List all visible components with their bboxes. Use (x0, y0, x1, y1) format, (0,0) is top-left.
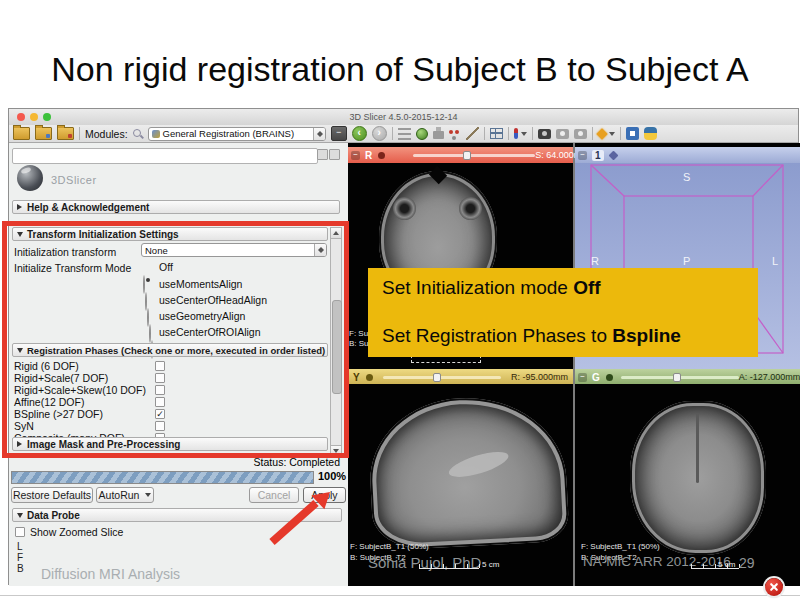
yellow-slice-offset: R: -95.000mm (511, 372, 568, 382)
ruler-label: 5 cm (482, 560, 499, 569)
red-background-label: B: Su (349, 339, 369, 348)
screenshot-camera-icon[interactable] (538, 129, 551, 139)
autorun-button[interactable]: AutoRun (96, 487, 154, 503)
stamp-icon[interactable] (433, 131, 444, 139)
slide-close-button[interactable] (765, 578, 783, 596)
show-zoomed-slice-label: Show Zoomed Slice (30, 526, 123, 538)
yellow-slice-view[interactable]: F: SubjectB_T1 (50%) B: SubjectB_T2 Soni… (348, 384, 573, 586)
yellow-slice-header[interactable]: Y R: -95.000mm (348, 369, 573, 385)
pointer-arrow (260, 480, 340, 550)
scene-view-camera-icon[interactable] (556, 129, 569, 139)
red-slice-header[interactable]: − R S: 64.000mm (348, 147, 573, 163)
module-selector[interactable]: General Registration (BRAINS) (148, 127, 326, 141)
right-orbit (459, 197, 482, 220)
green-foreground-label: F: SubjectB_T1 (50%) (581, 542, 660, 551)
green-slice-slider[interactable] (621, 376, 739, 379)
yellow-slice-slider[interactable] (383, 376, 501, 379)
probe-layer-l-label: L (17, 541, 23, 552)
combo-arrows-icon (313, 128, 325, 140)
page-number: 29 (739, 555, 755, 571)
brain-midline (696, 413, 699, 483)
module-list-icon[interactable] (398, 128, 411, 140)
ventricle-highlight (446, 447, 511, 482)
slicer-logo-icon (17, 165, 43, 191)
expanded-triangle-icon (17, 513, 23, 518)
collapsed-triangle-icon (17, 204, 22, 210)
view-pin-icon[interactable] (608, 150, 618, 160)
extensions-icon[interactable] (626, 127, 639, 140)
python-icon[interactable] (644, 127, 657, 140)
red-slice-slider[interactable] (413, 154, 535, 157)
scale-ruler (419, 568, 479, 569)
green-slice-offset: A: -127.000mm (739, 372, 800, 382)
load-data-icon[interactable] (13, 127, 30, 140)
green-slice-view[interactable]: F: SubjectB_T1 (50%) B: SubjectB_T2 NA-M… (575, 384, 800, 586)
highlight-rectangle (2, 221, 349, 458)
crosshair-star-icon[interactable] (596, 128, 607, 139)
help-section-header[interactable]: Help & Acknowledgement (12, 200, 340, 214)
callout-box: Set Initialization mode Off Set Registra… (368, 268, 758, 357)
back-arrow-button[interactable]: ‹ (352, 126, 367, 141)
unpin-panel-icon[interactable] (317, 149, 328, 160)
view-pin-icon[interactable] (378, 152, 385, 159)
layout-grid-icon[interactable] (490, 128, 503, 139)
globe-icon[interactable] (416, 128, 428, 140)
slider-handle[interactable] (433, 373, 441, 382)
yellow-view-label: Y (353, 372, 360, 383)
slider-handle[interactable] (463, 151, 471, 160)
module-selected-label: General Registration (BRAINS) (163, 128, 294, 139)
save-icon[interactable] (57, 127, 74, 140)
orientation-letter-posterior: P (683, 255, 690, 267)
forward-arrow-button[interactable]: › (372, 126, 387, 141)
threed-view-header[interactable]: − 1 (575, 147, 800, 163)
view-pin-icon[interactable] (606, 374, 613, 381)
view-layout: − R S: 64.000mm F: Su B: Su (348, 143, 800, 586)
slide-title: Non rigid registration of Subject B to S… (0, 50, 800, 89)
slide: Non rigid registration of Subject B to S… (0, 0, 800, 600)
show-zoomed-slice-checkbox[interactable] (15, 527, 25, 537)
scene-view-restore-icon[interactable] (574, 129, 587, 139)
load-dicom-icon[interactable] (35, 127, 52, 140)
minimize-view-icon[interactable]: − (578, 151, 587, 160)
nasal-notch (429, 166, 447, 184)
minimize-view-icon[interactable]: − (578, 373, 587, 382)
toolbar-separator (532, 127, 533, 140)
fiducial-points-icon[interactable] (449, 130, 453, 134)
callout-line-2: Set Registration Phases to Bspline (382, 325, 744, 347)
toolbar-separator (620, 127, 621, 140)
threed-view-label: 1 (592, 150, 604, 161)
slicer-logo-text: 3DSlicer (51, 174, 97, 186)
module-icon (152, 130, 160, 138)
restore-defaults-button[interactable]: Restore Defaults (11, 487, 93, 503)
slide-conference: NA-MIC ARR 2012-2016 (583, 554, 731, 569)
toolbar-separator (79, 127, 80, 140)
panel-search-input[interactable] (12, 148, 318, 164)
window-title: 3D Slicer 4.5.0-2015-12-14 (9, 112, 798, 122)
slide-footer-left: Diffusion MRI Analysis (41, 566, 180, 582)
module-history-button[interactable]: − (331, 126, 347, 141)
red-foreground-label: F: Su (349, 329, 368, 338)
orientation-letter-left: L (772, 255, 778, 267)
toolbar-separator (508, 127, 509, 140)
probe-layer-f-label: F (17, 552, 23, 563)
ruler-icon[interactable] (466, 127, 479, 140)
callout-line-1: Set Initialization mode Off (382, 277, 744, 299)
data-probe-label: Data Probe (27, 510, 80, 521)
probe-layer-b-label: B (17, 563, 24, 574)
green-view-label: G (592, 372, 600, 383)
pin-icon[interactable] (514, 128, 518, 139)
module-search-icon[interactable] (133, 129, 143, 139)
green-slice-header[interactable]: − G A: -127.000mm (575, 369, 800, 385)
orientation-letter-superior: S (683, 171, 690, 183)
red-view-label: R (365, 150, 372, 161)
slider-handle[interactable] (673, 373, 681, 382)
caret-down-icon[interactable] (609, 132, 615, 136)
close-panel-icon[interactable] (329, 149, 340, 160)
slide-divider (0, 595, 800, 596)
minimize-view-icon[interactable]: − (351, 151, 360, 160)
view-pin-icon[interactable] (366, 374, 373, 381)
caret-down-icon[interactable] (521, 132, 527, 136)
ruler-label: 5 cm (718, 560, 735, 569)
main-toolbar: Modules: General Registration (BRAINS) −… (9, 125, 798, 143)
yellow-foreground-label: F: SubjectB_T1 (50%) (350, 542, 429, 551)
